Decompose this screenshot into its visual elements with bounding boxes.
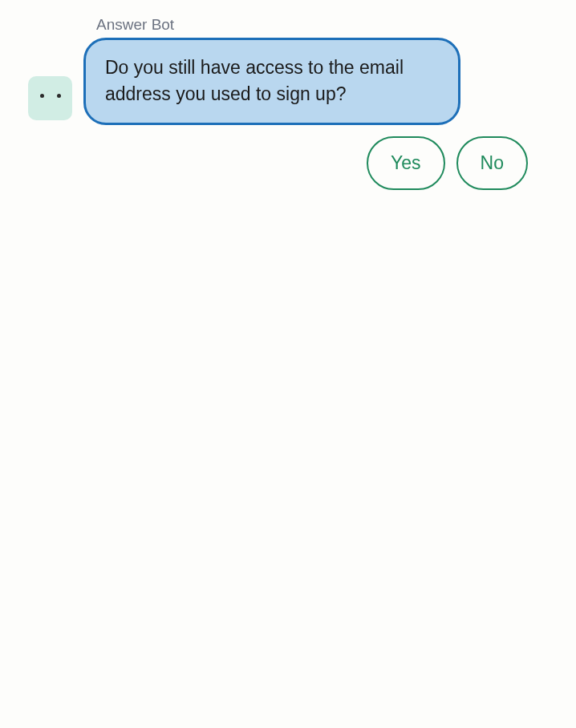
- response-options: Yes No: [28, 136, 548, 190]
- bot-avatar: [28, 76, 72, 120]
- no-button[interactable]: No: [456, 136, 528, 190]
- message-row: Do you still have access to the email ad…: [28, 38, 548, 125]
- bot-message-text: Do you still have access to the email ad…: [105, 57, 404, 104]
- bot-message-bubble: Do you still have access to the email ad…: [83, 38, 460, 125]
- chat-container: Answer Bot Do you still have access to t…: [28, 16, 548, 190]
- bot-name-label: Answer Bot: [96, 16, 548, 34]
- yes-button[interactable]: Yes: [367, 136, 445, 190]
- bot-face-icon: [40, 94, 61, 98]
